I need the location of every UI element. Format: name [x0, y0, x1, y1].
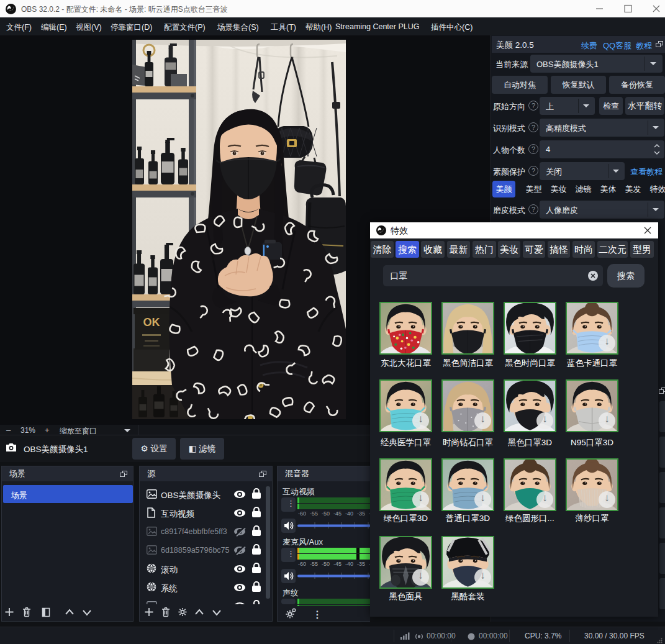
svg-text:⋮: ⋮ — [312, 609, 322, 620]
svg-text:OK: OK — [143, 316, 160, 329]
